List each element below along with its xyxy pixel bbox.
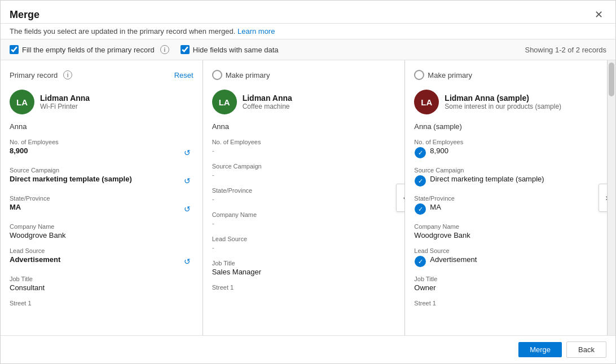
- col3-record-name: Lidman Anna (sample): [445, 94, 561, 103]
- col1-employees-refresh[interactable]: ↺: [181, 147, 193, 159]
- showing-text: Showing 1-2 of 2 records: [525, 46, 606, 54]
- col3-company-field: Company Name Woodgrove Bank: [414, 223, 598, 239]
- close-button[interactable]: ✕: [591, 8, 606, 21]
- col3-avatar: LA: [414, 90, 439, 114]
- primary-record-column: Primary record i Reset LA Lidman Anna Wi…: [1, 60, 203, 335]
- col3-employees-check: ✓: [414, 147, 426, 159]
- col3-employees-field: No. of Employees ✓ 8,900: [414, 139, 598, 159]
- dialog-header: Merge ✕: [1, 1, 615, 24]
- merge-dialog: Merge ✕ The fields you select are update…: [0, 0, 616, 364]
- col1-record-name: Lidman Anna: [40, 94, 90, 103]
- col3-header: Make primary: [414, 67, 598, 83]
- dialog-subtitle: The fields you select are updated in the…: [1, 24, 615, 39]
- col2-company-field: Company Name -: [212, 211, 396, 228]
- col2-header-left: Make primary: [212, 70, 270, 80]
- col3-column: Make primary LA Lidman Anna (sample) Som…: [405, 60, 608, 335]
- col1-job-title-field: Job Title Consultant: [10, 276, 193, 292]
- col3-first-name: Anna (sample): [414, 122, 598, 131]
- col2-employees-field: No. of Employees -: [212, 139, 396, 155]
- back-button[interactable]: Back: [566, 341, 606, 358]
- col2-first-name: Anna: [212, 122, 396, 131]
- hide-same-option[interactable]: Hide fields with same data: [181, 45, 279, 54]
- subtitle-text: The fields you select are updated in the…: [10, 27, 235, 35]
- col1-lead-source-field: Lead Source Advertisement ↺: [10, 247, 193, 268]
- scrollbar[interactable]: [608, 60, 615, 335]
- col1-state-field: State/Province MA ↺: [10, 195, 193, 215]
- scrollbar-thumb: [609, 63, 614, 96]
- nav-arrow-right[interactable]: ›: [599, 184, 608, 212]
- col2-column: Make primary LA Lidman Anna Coffee machi…: [203, 60, 406, 335]
- primary-record-info-icon[interactable]: i: [63, 70, 72, 79]
- col3-header-label: Make primary: [428, 71, 472, 79]
- col1-employees-field: No. of Employees 8,900 ↺: [10, 139, 193, 159]
- dialog-title: Merge: [10, 9, 39, 21]
- col3-radio[interactable]: [414, 70, 424, 80]
- reset-link[interactable]: Reset: [174, 71, 193, 79]
- col1-avatar: LA: [10, 90, 34, 114]
- col3-record-info: Lidman Anna (sample) Some interest in ou…: [445, 94, 561, 110]
- col2-radio[interactable]: [212, 70, 222, 80]
- col1-state-refresh[interactable]: ↺: [181, 203, 193, 215]
- col1-source-campaign-field: Source Campaign Direct marketing templat…: [10, 167, 193, 187]
- col2-record-info: Lidman Anna Coffee machine: [243, 94, 292, 110]
- col3-lead-source-field: Lead Source ✓ Advertisement: [414, 247, 598, 268]
- col1-header-left: Primary record i: [10, 70, 72, 79]
- col2-lead-source-field: Lead Source -: [212, 236, 396, 252]
- col1-record-subtitle: Wi-Fi Printer: [40, 103, 90, 110]
- col2-header: Make primary: [212, 67, 396, 83]
- col2-street1-field: Street 1: [212, 284, 396, 291]
- options-left: Fill the empty fields of the primary rec…: [10, 45, 279, 54]
- col1-first-name: Anna: [10, 122, 193, 131]
- dialog-body: Primary record i Reset LA Lidman Anna Wi…: [1, 60, 615, 335]
- hide-same-checkbox[interactable]: [181, 45, 190, 54]
- hide-same-label: Hide fields with same data: [193, 46, 279, 54]
- col3-job-title-field: Job Title Owner: [414, 276, 598, 292]
- col3-record-subtitle: Some interest in our products (sample): [445, 103, 561, 110]
- col3-record-card: LA Lidman Anna (sample) Some interest in…: [414, 90, 598, 114]
- col3-state-check: ✓: [414, 203, 426, 215]
- col1-record-info: Lidman Anna Wi-Fi Printer: [40, 94, 90, 110]
- col1-street1-field: Street 1: [10, 300, 193, 307]
- col1-source-campaign-refresh[interactable]: ↺: [181, 175, 193, 187]
- col2-job-title-field: Job Title Sales Manager: [212, 260, 396, 276]
- options-bar: Fill the empty fields of the primary rec…: [1, 39, 615, 60]
- col2-record-subtitle: Coffee machine: [243, 103, 292, 110]
- col1-lead-source-refresh[interactable]: ↺: [181, 255, 193, 268]
- col1-header: Primary record i Reset: [10, 67, 193, 83]
- learn-more-link[interactable]: Learn more: [237, 27, 275, 35]
- col3-state-field: State/Province ✓ MA: [414, 195, 598, 215]
- col3-source-campaign-field: Source Campaign ✓ Direct marketing templ…: [414, 167, 598, 187]
- fill-empty-label: Fill the empty fields of the primary rec…: [22, 46, 155, 54]
- col1-record-card: LA Lidman Anna Wi-Fi Printer: [10, 90, 193, 114]
- fill-empty-option[interactable]: Fill the empty fields of the primary rec…: [10, 45, 169, 54]
- col2-state-field: State/Province -: [212, 187, 396, 203]
- col2-record-name: Lidman Anna: [243, 94, 292, 103]
- col3-lead-source-check: ✓: [414, 255, 426, 268]
- col2-avatar: LA: [212, 90, 237, 114]
- col3-source-campaign-check: ✓: [414, 175, 426, 187]
- col2-header-label: Make primary: [226, 71, 270, 79]
- primary-record-label: Primary record: [10, 71, 58, 79]
- nav-arrow-left[interactable]: ‹: [396, 184, 405, 212]
- dialog-footer: Merge Back: [1, 335, 615, 363]
- col1-company-field: Company Name Woodgrove Bank: [10, 223, 193, 239]
- col2-source-campaign-field: Source Campaign -: [212, 163, 396, 179]
- col2-record-card: LA Lidman Anna Coffee machine: [212, 90, 396, 114]
- col3-header-left: Make primary: [414, 70, 472, 80]
- fill-empty-checkbox[interactable]: [10, 45, 19, 54]
- col3-street1-field: Street 1: [414, 300, 598, 307]
- merge-button[interactable]: Merge: [518, 342, 562, 357]
- fill-empty-info-icon[interactable]: i: [160, 45, 169, 54]
